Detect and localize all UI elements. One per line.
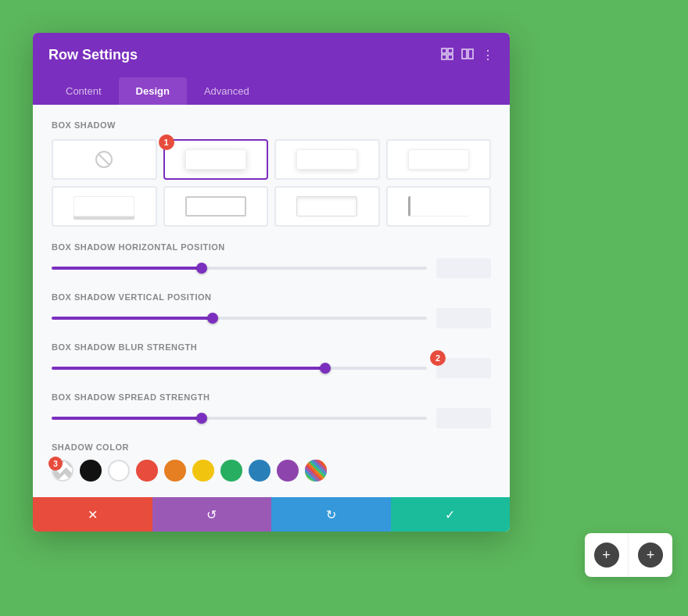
shadow-color-label: Shadow Color [52, 442, 491, 452]
slider-spread-fill [52, 417, 202, 420]
shadow-grid: 1 [52, 139, 491, 227]
slider-vertical: Box Shadow Vertical Position 2px [52, 292, 491, 328]
modal-footer: ✕ ↺ ↻ ✓ [33, 497, 510, 532]
swatch-white[interactable] [108, 460, 130, 482]
shadow-preview-7 [408, 196, 469, 217]
slider-vertical-label: Box Shadow Vertical Position [52, 292, 491, 302]
slider-spread-control: 0px [52, 408, 491, 428]
shadow-option-4[interactable] [52, 186, 157, 227]
cancel-button[interactable]: ✕ [33, 497, 152, 532]
slider-horizontal-value[interactable]: 0px [436, 258, 491, 278]
slider-spread-thumb[interactable] [196, 413, 207, 424]
color-swatches: 3 [52, 460, 491, 482]
svg-rect-5 [468, 49, 473, 59]
svg-rect-1 [448, 48, 453, 53]
box-shadow-label: Box Shadow [52, 120, 491, 130]
columns-icon[interactable] [461, 48, 474, 63]
slider-horizontal: Box Shadow Horizontal Position 0px [52, 242, 491, 278]
tab-content[interactable]: Content [48, 77, 119, 105]
slider-vertical-track[interactable] [52, 317, 427, 320]
shadow-option-none[interactable] [52, 139, 157, 180]
slider-blur-fill [52, 367, 325, 370]
expand-icon[interactable] [441, 48, 453, 63]
shadow-preview-1 [185, 149, 246, 170]
shadow-option-7[interactable] [386, 186, 492, 227]
slider-horizontal-fill [52, 267, 202, 270]
slider-blur-thumb[interactable] [320, 363, 331, 374]
tabs: Content Design Advanced [33, 77, 510, 105]
floating-buttons: + + [585, 533, 672, 577]
slider-vertical-control: 2px [52, 308, 491, 328]
shadow-preview-2 [296, 149, 357, 170]
slider-horizontal-label: Box Shadow Horizontal Position [52, 242, 491, 252]
modal-title: Row Settings [48, 47, 138, 63]
badge-1: 1 [159, 134, 174, 150]
shadow-option-5[interactable] [163, 186, 269, 227]
slider-vertical-value[interactable]: 2px [436, 308, 491, 328]
slider-spread-label: Box Shadow Spread Strength [52, 392, 491, 402]
add-right-icon: + [638, 543, 663, 568]
svg-rect-4 [462, 49, 467, 59]
slider-vertical-thumb[interactable] [207, 313, 218, 324]
add-section-left-button[interactable]: + [585, 533, 629, 577]
slider-horizontal-thumb[interactable] [196, 263, 207, 274]
swatch-black[interactable] [80, 460, 102, 482]
swatch-custom[interactable] [305, 460, 327, 482]
tab-advanced[interactable]: Advanced [187, 77, 267, 105]
tab-design[interactable]: Design [119, 77, 187, 105]
header-actions: ⋮ [441, 48, 494, 63]
more-icon[interactable]: ⋮ [482, 48, 494, 63]
slider-horizontal-control: 0px [52, 258, 491, 278]
slider-vertical-fill [52, 317, 213, 320]
svg-line-7 [99, 154, 109, 165]
redo-button[interactable]: ↻ [271, 497, 391, 532]
save-button[interactable]: ✓ [391, 497, 511, 532]
swatch-purple[interactable] [277, 460, 299, 482]
swatch-transparent[interactable]: 3 [52, 460, 73, 482]
shadow-option-2[interactable] [274, 139, 380, 180]
slider-blur-track[interactable] [52, 367, 427, 370]
slider-spread: Box Shadow Spread Strength 0px [52, 392, 491, 428]
slider-blur-control: 80px 2 [52, 358, 491, 378]
shadow-option-3[interactable] [386, 139, 492, 180]
swatch-orange[interactable] [164, 460, 186, 482]
swatch-yellow[interactable] [192, 460, 214, 482]
svg-rect-2 [442, 55, 446, 59]
badge-3: 3 [48, 457, 63, 471]
modal-header: Row Settings ⋮ [33, 33, 510, 77]
shadow-preview-6 [296, 196, 357, 217]
svg-rect-3 [448, 55, 453, 59]
slider-blur-label: Box Shadow Blur Strength [52, 342, 491, 352]
svg-rect-0 [442, 48, 446, 53]
row-settings-modal: Row Settings ⋮ Content Design Ad [33, 33, 510, 532]
swatch-red[interactable] [136, 460, 158, 482]
add-left-icon: + [594, 543, 619, 568]
reset-button[interactable]: ↺ [152, 497, 272, 532]
shadow-preview-4 [73, 196, 134, 217]
slider-spread-track[interactable] [52, 417, 427, 420]
shadow-preview-5 [185, 196, 246, 217]
modal-body: Box Shadow 1 [33, 105, 510, 497]
slider-spread-value[interactable]: 0px [436, 408, 491, 428]
shadow-preview-3 [408, 149, 469, 170]
shadow-option-1[interactable]: 1 [163, 139, 269, 180]
swatch-blue[interactable] [249, 460, 271, 482]
shadow-option-6[interactable] [274, 186, 380, 227]
badge-2: 2 [430, 350, 446, 366]
swatch-green[interactable] [220, 460, 242, 482]
slider-horizontal-track[interactable] [52, 267, 427, 270]
slider-blur: Box Shadow Blur Strength 80px 2 [52, 342, 491, 378]
add-section-right-button[interactable]: + [629, 533, 672, 577]
